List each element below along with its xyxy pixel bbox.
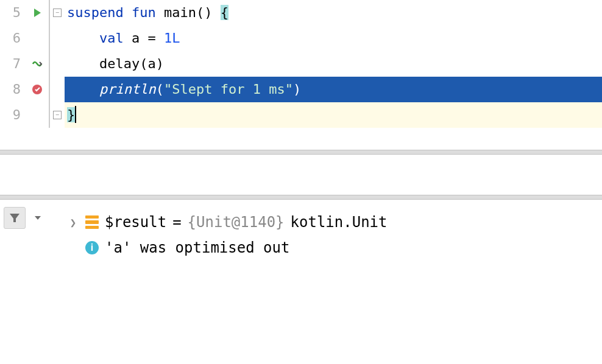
- empty-panel: [0, 155, 602, 195]
- chevron-down-icon: [34, 214, 42, 222]
- variable-type: kotlin.Unit: [291, 214, 388, 231]
- code-line[interactable]: val a = 1L: [65, 26, 602, 51]
- expand-handle-icon[interactable]: ❯: [67, 216, 79, 229]
- line-number: 8: [0, 77, 21, 102]
- line-number: 6: [0, 26, 21, 51]
- funnel-icon: [9, 212, 21, 224]
- line-number-gutter: 5 6 7 8 9: [0, 0, 26, 128]
- panel-divider[interactable]: [0, 195, 602, 200]
- line-number: 7: [0, 51, 21, 77]
- code-line-caret[interactable]: }: [65, 102, 602, 128]
- line-number: 5: [0, 0, 21, 26]
- code-line[interactable]: suspend fun main() {: [65, 0, 602, 26]
- variable-object-id: {Unit@1140}: [188, 214, 285, 231]
- variables-content: ❯ $result = {Unit@1140} kotlin.Unit ❯ i …: [61, 200, 602, 364]
- execution-point-icon[interactable]: [31, 58, 43, 70]
- text-cursor: [75, 106, 76, 123]
- line-number: 9: [0, 102, 21, 128]
- equals: =: [172, 214, 181, 231]
- dropdown-button[interactable]: [30, 207, 45, 229]
- value-stack-icon: [85, 215, 99, 229]
- filter-button[interactable]: [4, 207, 26, 229]
- code-content[interactable]: suspend fun main() { val a = 1L delay(a)…: [65, 0, 602, 128]
- variables-panel: ❯ $result = {Unit@1140} kotlin.Unit ❯ i …: [0, 200, 602, 364]
- editor-empty-space: [0, 128, 602, 150]
- variable-name: $result: [105, 214, 166, 231]
- run-icon[interactable]: [32, 7, 43, 18]
- info-message: 'a' was optimised out: [105, 239, 289, 256]
- info-icon: i: [85, 241, 99, 254]
- code-line-execution-point[interactable]: println("Slept for 1 ms"): [65, 77, 602, 102]
- fold-end-icon[interactable]: −: [53, 111, 62, 119]
- gutter-icons: [26, 0, 49, 128]
- breakpoint-icon[interactable]: [31, 83, 43, 96]
- fold-start-icon[interactable]: −: [53, 9, 62, 17]
- variable-info-row: ❯ i 'a' was optimised out: [67, 235, 602, 261]
- code-editor: 5 6 7 8 9: [0, 0, 602, 128]
- variables-toolbar: [0, 200, 61, 364]
- panel-divider[interactable]: [0, 150, 602, 155]
- code-line[interactable]: delay(a): [65, 51, 602, 77]
- variable-row[interactable]: ❯ $result = {Unit@1140} kotlin.Unit: [67, 209, 602, 235]
- fold-gutter: − −: [50, 0, 65, 128]
